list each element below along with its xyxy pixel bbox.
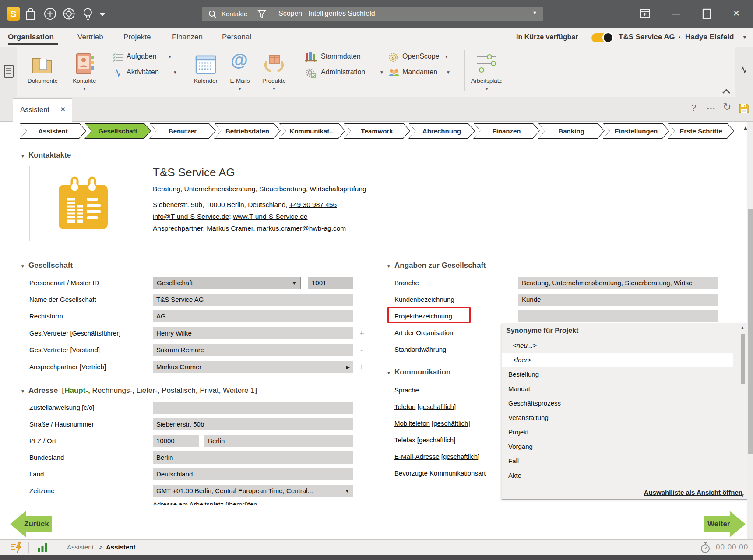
refresh-icon[interactable]: ↻ [723,101,731,113]
current-company-label[interactable]: T&S Service AG [619,33,675,42]
zeitzone-select[interactable]: GMT +01:00 Berlin, Central European Time… [153,485,353,497]
filter-menu-icon[interactable] [99,10,106,19]
popup-item-veranstaltung[interactable]: Veranstaltung [502,411,733,424]
wizard-step-finanzen[interactable]: Finanzen [473,123,540,139]
menu-tab-personal[interactable]: Personal [222,33,251,42]
ribbon-button-stammdaten[interactable]: Stammdaten [304,51,379,63]
wizard-step-gesellschaft[interactable]: Gesellschaft [84,123,151,139]
scrollbar-thumb[interactable] [741,334,745,384]
plz-field[interactable]: 10000 [153,435,199,447]
back-button[interactable]: Zurück [10,511,52,537]
ribbon-button-kalender[interactable]: Kalender [191,49,220,93]
popup-scrollbar[interactable]: ▲ ▼ [739,324,746,499]
maximize-button[interactable] [699,7,714,21]
remove-vertreter-button[interactable]: - [360,344,363,356]
scrollbar-thumb[interactable] [748,209,753,454]
close-button[interactable]: ✕ [729,7,744,21]
ribbon-button-mandanten[interactable]: Mandanten ▼ [387,67,459,79]
land-field[interactable]: Deutschland [153,468,353,480]
popup-item-projekt[interactable]: Projekt [502,426,733,439]
help-icon[interactable]: ? [691,103,696,113]
quick-actions-lightning-icon[interactable] [10,542,23,553]
add-circle-icon[interactable] [44,7,56,22]
menu-tab-vertrieb[interactable]: Vertrieb [77,33,103,42]
section-collapse-icon[interactable]: ▼ [21,154,25,158]
minimize-button[interactable]: — [669,7,683,21]
add-vertreter-button[interactable]: + [359,327,364,340]
user-menu-caret-icon[interactable]: ▼ [742,34,747,40]
ribbon-button-administration[interactable]: Administration ▼ [304,67,392,79]
personenart-select[interactable]: Gesellschaft▼ [153,277,301,289]
collapse-ribbon-chevron-icon[interactable] [722,89,731,94]
statistics-bars-icon[interactable] [37,543,48,553]
add-ansprechpartner-button[interactable]: + [359,361,364,373]
section-collapse-icon[interactable]: ▼ [387,371,391,375]
popup-item-bestellung[interactable]: Bestellung [502,368,733,381]
current-user-label[interactable]: Hadya Eisfeld [685,33,734,42]
more-options-icon[interactable]: ⋯ [707,103,715,113]
arbeitsplatz-dropdown-caret-icon[interactable]: ▼ [485,86,489,91]
name-gesellschaft-field[interactable]: T&S Service AG [153,294,353,306]
wizard-step-banking[interactable]: Banking [538,123,605,139]
ribbon-button-emails[interactable]: @ E-Mails ▼ [226,49,253,95]
label-strasse[interactable]: Straße / Hausnummer [29,418,94,430]
support-wheel-icon[interactable] [63,7,75,22]
search-context-label[interactable]: Kontakte [222,10,247,18]
ribbon-button-openscope[interactable]: s OpenScope ▼ [387,51,457,63]
wizard-step-betriebsdaten[interactable]: Betriebsdaten [214,123,281,139]
produkte-dropdown-caret-icon[interactable]: ▼ [272,86,276,91]
projektbezeichnung-field[interactable] [518,310,718,322]
save-icon[interactable] [739,103,749,114]
popup-item-mandat[interactable]: Mandat [502,382,733,396]
contact-email-link[interactable]: markus.cramer@hwb-ag.com [257,224,346,232]
ribbon-button-aufgaben[interactable]: Aufgaben ▼ [113,51,178,63]
availability-toggle[interactable] [591,33,612,42]
wizard-step-kommunikation[interactable]: Kommunikat... [279,123,345,139]
popup-item-vorgang[interactable]: Vorgang [502,440,733,453]
strasse-field[interactable]: Siebenerstr. 50b [153,418,353,430]
aktivitaeten-dropdown-caret-icon[interactable]: ▼ [173,70,177,75]
ribbon-right-strip[interactable] [735,47,753,97]
scroll-up-icon[interactable]: ▲ [740,325,745,330]
bundesland-field[interactable]: Berlin [153,452,353,464]
section-collapse-icon[interactable]: ▼ [21,264,25,269]
branche-field[interactable]: Beratung, Unternehmensberatung, Steuerbe… [518,277,718,289]
emails-dropdown-caret-icon[interactable]: ▼ [238,86,242,91]
popup-item-akte[interactable]: Akte [502,469,733,482]
openscope-dropdown-caret-icon[interactable]: ▼ [444,54,449,59]
section-collapse-icon[interactable]: ▼ [387,264,391,269]
app-logo-icon[interactable]: S [7,7,20,21]
phone-link[interactable]: +49 30 987 456 [289,201,337,208]
search-filter-funnel-icon[interactable] [257,10,266,20]
section-collapse-icon[interactable]: ▼ [21,389,25,394]
form-panel-icon[interactable] [4,64,14,78]
ribbon-button-arbeitsplatz[interactable]: Arbeitsplatz ▼ [468,49,505,95]
wizard-step-abrechnung[interactable]: Abrechnung [408,123,475,139]
pulse-panel-icon[interactable] [739,66,750,74]
contact-photo-card[interactable] [29,166,136,241]
label-ansprechpartner-vertrieb[interactable]: Ansprechpartner [Vertrieb] [29,361,106,373]
wizard-step-erste-schritte[interactable]: Erste Schritte [668,123,734,139]
search-dropdown-caret-icon[interactable]: ▼ [532,10,537,15]
ansprechpartner-field[interactable]: Markus Cramer ▶ [153,361,353,373]
tab-assistent[interactable]: Assistent ✕ [13,98,72,122]
popup-item-geschaeftsprozess[interactable]: Geschäftsprozess [502,397,733,410]
wizard-step-teamwork[interactable]: Teamwork [344,123,410,139]
label-telefon[interactable]: Telefon [geschäftlich] [394,401,456,413]
menu-tab-projekte[interactable]: Projekte [123,33,151,42]
kontakte-dropdown-caret-icon[interactable]: ▼ [82,86,87,91]
vertreter-vorstand-field[interactable]: Sukram Remarc [153,344,353,356]
label-vertreter-geschaeftsfuehrer[interactable]: Ges.Vertreter [Geschäftsführer] [29,327,120,340]
vertreter-geschaeftsfuehrer-field[interactable]: Henry Wilke [153,327,353,340]
popup-item-fall[interactable]: Fall [502,455,733,468]
open-selection-list-link[interactable]: Auswahlliste als Ansicht öffnen [644,489,742,496]
lightbulb-icon[interactable] [83,7,93,23]
aufgaben-dropdown-caret-icon[interactable]: ▼ [168,54,172,59]
label-telefax[interactable]: Telefax [geschäftlich] [394,434,455,446]
ort-field[interactable]: Berlin [204,435,353,447]
shopping-bag-icon[interactable] [25,7,36,22]
main-scrollbar[interactable] [747,122,753,539]
next-button[interactable]: Weiter [704,511,746,537]
ribbon-button-aktivitaeten[interactable]: Aktivitäten ▼ [113,67,183,79]
expand-contact-icon[interactable]: ▶ [346,361,350,373]
